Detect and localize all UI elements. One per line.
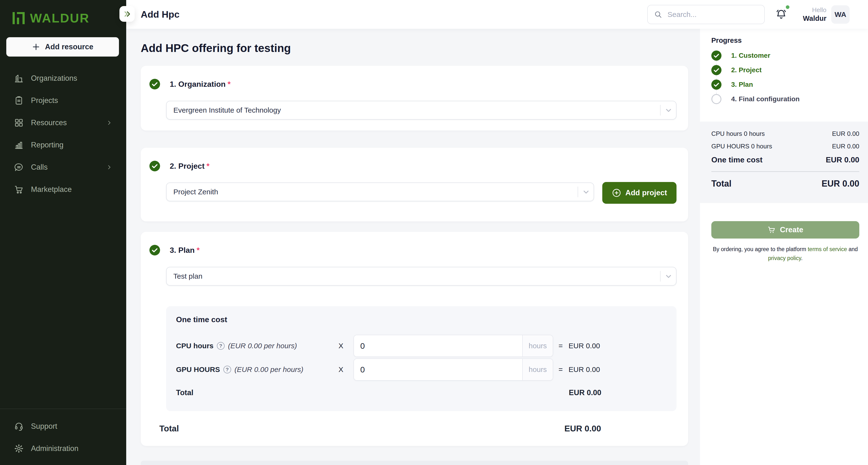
- create-button[interactable]: Create: [711, 221, 859, 238]
- gpu-hours-input-group: hours: [353, 358, 553, 380]
- section-header: 1. Organization*: [149, 66, 677, 90]
- chevron-down-icon: [664, 106, 673, 114]
- buildings-icon: [14, 73, 24, 83]
- required-asterisk: *: [196, 246, 199, 255]
- section-organization: 1. Organization* Evergreen Institute of …: [141, 66, 688, 131]
- step-label: 1. Customer: [731, 52, 770, 60]
- section-title: 3. Plan*: [170, 246, 200, 255]
- progress-step-plan[interactable]: 3. Plan: [711, 79, 859, 90]
- sidebar-item-label: Calls: [31, 163, 106, 172]
- component-rate: (EUR 0.00 per hours): [235, 365, 304, 374]
- step-label: 4. Final configuration: [731, 95, 800, 103]
- chevron-down-icon: [582, 188, 590, 196]
- help-icon[interactable]: ?: [223, 366, 231, 373]
- summary-one-time-row: One time cost EUR 0.00: [711, 154, 859, 166]
- add-project-button[interactable]: Add project: [602, 182, 677, 204]
- clipboard-icon: [14, 96, 24, 105]
- sidebar-item-resources[interactable]: Resources: [0, 112, 126, 134]
- progress-step-project[interactable]: 2. Project: [711, 65, 859, 75]
- sidebar-item-marketplace[interactable]: Marketplace: [0, 178, 126, 201]
- sidebar-item-organizations[interactable]: Organizations: [0, 67, 126, 90]
- section-header: 3. Plan*: [149, 232, 677, 256]
- grid-icon: [14, 118, 24, 128]
- create-button-label: Create: [780, 226, 803, 234]
- sidebar-item-calls[interactable]: Calls: [0, 156, 126, 178]
- summary-amount: EUR 0.00: [832, 130, 859, 137]
- section-title: 2. Project*: [170, 162, 210, 171]
- add-project-label: Add project: [625, 189, 667, 197]
- form-heading: Add HPC offering for testing: [141, 41, 700, 55]
- summary-label: CPU hours 0 hours: [711, 130, 765, 137]
- sidebar-item-administration[interactable]: Administration: [0, 437, 126, 460]
- summary-label: One time cost: [711, 156, 763, 164]
- empty-circle-icon: [711, 94, 721, 104]
- plus-circle-icon: [612, 188, 621, 197]
- step-connector: [716, 61, 859, 65]
- check-circle-icon: [711, 51, 721, 61]
- section-body: Test plan One time cost CPU hours ? (EUR…: [166, 267, 677, 411]
- project-select[interactable]: Project Zenith: [166, 182, 594, 201]
- cost-row-gpu: GPU HOURS ? (EUR 0.00 per hours) X hours…: [176, 358, 601, 380]
- project-select-value: Project Zenith: [173, 188, 218, 196]
- user-greeting: Hello Waldur: [803, 6, 827, 23]
- summary-total-amount: EUR 0.00: [822, 178, 859, 189]
- progress-step-customer[interactable]: 1. Customer: [711, 51, 859, 61]
- notifications-button[interactable]: [775, 8, 788, 21]
- required-asterisk: *: [207, 162, 209, 170]
- chevron-right-icon: [106, 164, 113, 171]
- grand-total-amount: EUR 0.00: [564, 424, 601, 433]
- plan-select[interactable]: Test plan: [166, 267, 677, 286]
- progress-steps: 1. Customer 2. Project 3. Plan 4. Final …: [711, 51, 859, 104]
- check-circle-icon: [711, 79, 721, 90]
- greeting-username: Waldur: [803, 14, 827, 23]
- add-resource-button[interactable]: Add resource: [6, 37, 119, 57]
- check-circle-icon: [149, 161, 160, 171]
- row-amount: = EUR 0.00: [559, 342, 601, 350]
- cost-row-cpu: CPU hours ? (EUR 0.00 per hours) X hours…: [176, 335, 601, 357]
- sidebar-item-support[interactable]: Support: [0, 415, 126, 437]
- terms-text: By ordering, you agree to the platform t…: [711, 245, 859, 263]
- waldur-logo-icon: [12, 11, 25, 25]
- add-resource-label: Add resource: [45, 42, 93, 51]
- plan-select-value: Test plan: [173, 272, 203, 280]
- cart-icon: [14, 185, 24, 194]
- search-icon: [654, 10, 662, 19]
- cpu-hours-input[interactable]: [354, 335, 522, 357]
- summary-amount: EUR 0.00: [826, 156, 859, 164]
- multiplier-sign: X: [337, 365, 345, 374]
- sidebar-collapse-button[interactable]: [119, 6, 135, 22]
- avatar[interactable]: WA: [831, 5, 849, 24]
- section-title: 1. Organization*: [170, 80, 231, 89]
- brand-name: WALDUR: [30, 11, 89, 25]
- section-project: 2. Project* Project Zenith Add project: [141, 148, 688, 221]
- organization-select-value: Evergreen Institute of Technology: [173, 106, 281, 114]
- sidebar-item-reporting[interactable]: Reporting: [0, 134, 126, 156]
- terms-of-service-link[interactable]: terms of service: [808, 246, 847, 252]
- help-icon[interactable]: ?: [217, 342, 225, 350]
- search-input[interactable]: [668, 10, 758, 19]
- chevron-down-icon: [664, 272, 673, 280]
- row-amount: = EUR 0.00: [559, 365, 601, 374]
- main-content: Add HPC offering for testing 1. Organiza…: [126, 29, 700, 465]
- section-plan: 3. Plan* Test plan One time cost CPU hou…: [141, 232, 688, 446]
- gpu-hours-input[interactable]: [354, 359, 522, 380]
- privacy-policy-link[interactable]: privacy policy: [768, 255, 801, 261]
- sidebar-nav: Organizations Projects Resources Reporti…: [0, 67, 126, 201]
- grand-total-label: Total: [159, 424, 179, 433]
- component-name: CPU hours: [176, 342, 214, 350]
- step-label: 2. Project: [731, 66, 762, 74]
- select-divider: [660, 105, 660, 115]
- sidebar-item-projects[interactable]: Projects: [0, 90, 126, 112]
- section-body: Project Zenith Add project: [166, 171, 677, 204]
- chevron-right-icon: [106, 120, 113, 126]
- component-rate: (EUR 0.00 per hours): [228, 342, 297, 350]
- sidebar-item-label: Support: [31, 422, 113, 431]
- progress-title: Progress: [711, 36, 859, 45]
- organization-select[interactable]: Evergreen Institute of Technology: [166, 101, 677, 120]
- progress-step-final-configuration[interactable]: 4. Final configuration: [711, 94, 859, 104]
- cost-label: GPU HOURS ? (EUR 0.00 per hours): [176, 365, 337, 374]
- step-label: 3. Plan: [731, 81, 753, 89]
- one-time-cost-panel: One time cost CPU hours ? (EUR 0.00 per …: [166, 306, 677, 411]
- double-chevron-right-icon: [123, 10, 131, 19]
- brand-logo[interactable]: WALDUR: [0, 0, 126, 29]
